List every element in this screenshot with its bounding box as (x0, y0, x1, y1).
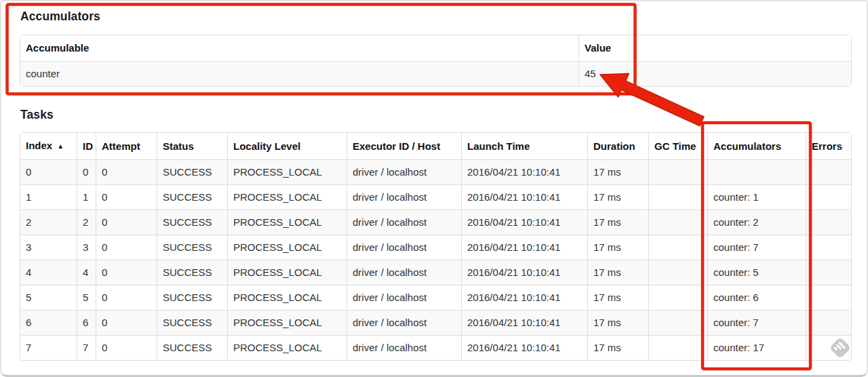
cell-id: 3 (77, 235, 96, 260)
cell-accumulators: counter: 5 (707, 260, 806, 285)
cell-launch-time: 2016/04/21 10:10:41 (461, 235, 587, 260)
cell-errors (806, 159, 851, 184)
cell-attempt: 0 (96, 184, 157, 210)
cell-attempt: 0 (96, 210, 157, 235)
cell-gc-time (648, 285, 707, 310)
task-row: 4 4 0 SUCCESS PROCESS_LOCAL driver / loc… (20, 260, 851, 285)
task-row: 5 5 0 SUCCESS PROCESS_LOCAL driver / loc… (20, 285, 851, 310)
tasks-table: Index▲ ID Attempt Status Locality Level … (20, 132, 852, 361)
cell-gc-time (648, 159, 707, 184)
cell-launch-time: 2016/04/21 10:10:41 (461, 210, 587, 235)
cell-locality-level: PROCESS_LOCAL (227, 210, 347, 235)
cell-errors (806, 184, 851, 210)
col-header-index[interactable]: Index▲ (20, 133, 77, 159)
col-header-id[interactable]: ID (77, 133, 96, 159)
col-header-executor[interactable]: Executor ID / Host (347, 133, 461, 159)
accumulators-header-row: Accumulable Value (20, 35, 851, 61)
cell-errors (806, 285, 851, 310)
sort-ascending-icon: ▲ (57, 142, 64, 150)
cell-locality-level: PROCESS_LOCAL (227, 260, 347, 285)
col-header-launch-time[interactable]: Launch Time (461, 133, 587, 159)
cell-executor: driver / localhost (347, 159, 461, 184)
cell-duration: 17 ms (587, 335, 648, 360)
cell-launch-time: 2016/04/21 10:10:41 (461, 285, 587, 310)
cell-launch-time: 2016/04/21 10:10:41 (461, 260, 587, 285)
col-header-accumulable[interactable]: Accumulable (20, 35, 578, 61)
col-header-value[interactable]: Value (578, 35, 851, 61)
cell-duration: 17 ms (587, 184, 648, 210)
cell-id: 6 (77, 310, 96, 335)
col-header-attempt[interactable]: Attempt (96, 133, 157, 159)
col-header-errors[interactable]: Errors (806, 133, 851, 159)
cell-gc-time (648, 335, 707, 360)
cell-index: 0 (20, 159, 77, 184)
cell-status: SUCCESS (157, 260, 227, 285)
cell-accumulators: counter: 1 (707, 184, 806, 210)
cell-executor: driver / localhost (347, 335, 461, 360)
cell-executor: driver / localhost (347, 285, 461, 310)
cell-executor: driver / localhost (347, 184, 461, 210)
accumulator-row: counter 45 (20, 61, 851, 86)
cell-status: SUCCESS (157, 285, 227, 310)
col-header-duration[interactable]: Duration (587, 133, 648, 159)
cell-status: SUCCESS (157, 210, 227, 235)
cell-id: 0 (77, 159, 96, 184)
accumulators-section-title: Accumulators (20, 9, 867, 24)
cell-attempt: 0 (96, 285, 157, 310)
tasks-header-row: Index▲ ID Attempt Status Locality Level … (20, 133, 851, 159)
cell-gc-time (648, 260, 707, 285)
cell-index: 6 (20, 310, 77, 335)
cell-accumulable: counter (20, 61, 578, 86)
col-header-status[interactable]: Status (157, 133, 227, 159)
cell-index: 2 (20, 210, 77, 235)
tasks-section-title: Tasks (20, 108, 867, 122)
col-header-locality-level[interactable]: Locality Level (227, 133, 347, 159)
cell-accumulators: counter: 7 (707, 310, 806, 335)
cell-executor: driver / localhost (347, 310, 461, 335)
col-header-accumulators[interactable]: Accumulators (707, 133, 806, 159)
task-row: 0 0 0 SUCCESS PROCESS_LOCAL driver / loc… (20, 159, 851, 184)
cell-attempt: 0 (96, 235, 157, 260)
cell-attempt: 0 (96, 335, 157, 360)
cell-accumulators: counter: 7 (707, 235, 806, 260)
task-row: 3 3 0 SUCCESS PROCESS_LOCAL driver / loc… (20, 235, 851, 260)
cell-gc-time (648, 210, 707, 235)
cell-accumulators: counter: 17 (707, 335, 806, 360)
cell-index: 1 (20, 184, 77, 210)
cell-gc-time (648, 310, 707, 335)
cell-attempt: 0 (96, 159, 157, 184)
cell-locality-level: PROCESS_LOCAL (227, 159, 347, 184)
cell-accumulators (707, 159, 806, 184)
cell-attempt: 0 (96, 310, 157, 335)
cell-locality-level: PROCESS_LOCAL (227, 285, 347, 310)
cell-locality-level: PROCESS_LOCAL (227, 235, 347, 260)
cell-errors (806, 210, 851, 235)
cell-id: 5 (77, 285, 96, 310)
col-header-gc-time[interactable]: GC Time (648, 133, 707, 159)
cell-duration: 17 ms (587, 210, 648, 235)
task-row: 2 2 0 SUCCESS PROCESS_LOCAL driver / loc… (20, 210, 851, 235)
cell-status: SUCCESS (157, 159, 227, 184)
cell-locality-level: PROCESS_LOCAL (227, 335, 347, 360)
cell-launch-time: 2016/04/21 10:10:41 (461, 159, 587, 184)
cell-id: 1 (77, 184, 96, 210)
cell-executor: driver / localhost (347, 235, 461, 260)
cell-executor: driver / localhost (347, 210, 461, 235)
cell-duration: 17 ms (587, 285, 648, 310)
cell-attempt: 0 (96, 260, 157, 285)
cell-launch-time: 2016/04/21 10:10:41 (461, 310, 587, 335)
cell-executor: driver / localhost (347, 260, 461, 285)
cell-id: 4 (77, 260, 96, 285)
cell-gc-time (648, 235, 707, 260)
cell-status: SUCCESS (157, 310, 227, 335)
cell-errors (806, 335, 851, 360)
cell-duration: 17 ms (587, 260, 648, 285)
cell-errors (806, 235, 851, 260)
cell-locality-level: PROCESS_LOCAL (227, 184, 347, 210)
col-header-index-label: Index (26, 140, 52, 151)
task-row: 6 6 0 SUCCESS PROCESS_LOCAL driver / loc… (20, 310, 851, 335)
cell-accumulators: counter: 2 (707, 210, 806, 235)
cell-value: 45 (578, 61, 851, 86)
cell-locality-level: PROCESS_LOCAL (227, 310, 347, 335)
cell-id: 2 (77, 210, 96, 235)
